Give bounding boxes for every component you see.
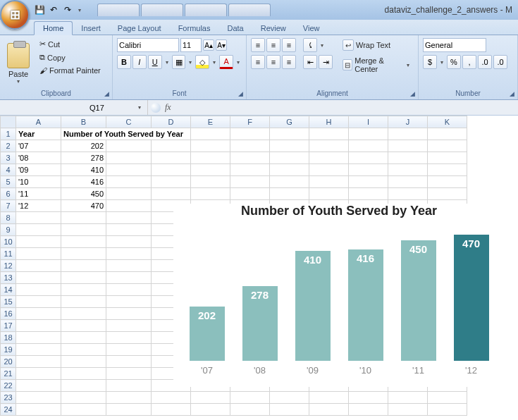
align-top-icon[interactable]: ≡	[251, 38, 265, 52]
row-header[interactable]: 6	[1, 188, 16, 200]
row-header[interactable]: 10	[1, 236, 16, 248]
tab-review[interactable]: Review	[252, 22, 295, 35]
decrease-decimal-icon[interactable]: .0	[493, 55, 507, 69]
col-header[interactable]: F	[230, 116, 270, 128]
align-left-icon[interactable]: ≡	[251, 55, 265, 69]
paste-button[interactable]: Paste ▾	[4, 38, 34, 89]
cell[interactable]: '12	[16, 200, 61, 212]
undo-icon[interactable]: ↶	[48, 4, 59, 16]
cell[interactable]: 202	[61, 140, 106, 152]
row-header[interactable]: 5	[1, 176, 16, 188]
row-header[interactable]: 11	[1, 248, 16, 260]
align-bottom-icon[interactable]: ≡	[282, 38, 296, 52]
number-format-select[interactable]	[423, 38, 486, 52]
chevron-down-icon[interactable]: ▾	[235, 59, 242, 66]
insert-function-icon[interactable]	[151, 103, 161, 113]
tab-formulas[interactable]: Formulas	[170, 22, 219, 35]
fill-color-button[interactable]: ◇	[195, 55, 209, 69]
row-header[interactable]: 20	[1, 356, 16, 368]
qat-more-icon[interactable]: ▾	[76, 7, 83, 13]
row-header[interactable]: 16	[1, 308, 16, 320]
cell[interactable]: '08	[16, 152, 61, 164]
cell[interactable]: 278	[61, 152, 106, 164]
row-header[interactable]: 4	[1, 164, 16, 176]
cell[interactable]: '10	[16, 176, 61, 188]
row-header[interactable]: 7	[1, 200, 16, 212]
chevron-down-icon[interactable]: ▾	[164, 59, 171, 66]
align-middle-icon[interactable]: ≡	[266, 38, 280, 52]
increase-indent-icon[interactable]: ⇥	[319, 55, 333, 69]
col-header[interactable]: C	[106, 116, 152, 128]
dialog-launcher-icon[interactable]: ◢	[236, 89, 245, 98]
cell[interactable]: '07	[16, 140, 61, 152]
col-header[interactable]: A	[16, 116, 61, 128]
cell[interactable]: Number of Youth Served by Year	[61, 128, 191, 140]
col-header[interactable]: B	[61, 116, 106, 128]
shrink-font-icon[interactable]: A▾	[216, 39, 227, 51]
formula-input[interactable]	[175, 104, 515, 112]
row-header[interactable]: 19	[1, 344, 16, 356]
comma-icon[interactable]: ,	[462, 55, 476, 69]
wrap-text-button[interactable]: ↩Wrap Text	[340, 38, 414, 52]
border-button[interactable]: ▦	[172, 55, 186, 69]
col-header[interactable]: G	[270, 116, 309, 128]
align-right-icon[interactable]: ≡	[282, 55, 296, 69]
decrease-indent-icon[interactable]: ⇤	[303, 55, 317, 69]
row-header[interactable]: 9	[1, 224, 16, 236]
increase-decimal-icon[interactable]: .0	[478, 55, 492, 69]
dialog-launcher-icon[interactable]: ◢	[507, 89, 516, 98]
tab-view[interactable]: View	[295, 22, 328, 35]
select-all-corner[interactable]	[1, 116, 16, 128]
row-header[interactable]: 17	[1, 320, 16, 332]
row-header[interactable]: 15	[1, 296, 16, 308]
tab-insert[interactable]: Insert	[73, 22, 109, 35]
chevron-down-icon[interactable]: ▾	[136, 104, 143, 111]
dialog-launcher-icon[interactable]: ◢	[102, 89, 111, 98]
window-tab[interactable]	[185, 4, 227, 16]
row-header[interactable]: 14	[1, 284, 16, 296]
underline-button[interactable]: U	[148, 55, 162, 69]
copy-button[interactable]: ⧉Copy	[37, 51, 104, 63]
tab-page-layout[interactable]: Page Layout	[109, 22, 170, 35]
font-name-input[interactable]	[117, 38, 179, 52]
orientation-icon[interactable]: ⤹	[303, 38, 317, 52]
row-header[interactable]: 1	[1, 128, 16, 140]
chevron-down-icon[interactable]: ▾	[319, 42, 326, 49]
col-header[interactable]: J	[388, 116, 428, 128]
redo-icon[interactable]: ↷	[62, 4, 73, 16]
row-header[interactable]: 2	[1, 140, 16, 152]
window-tab[interactable]	[141, 4, 183, 16]
bold-button[interactable]: B	[117, 55, 131, 69]
col-header[interactable]: D	[152, 116, 191, 128]
percent-icon[interactable]: %	[447, 55, 461, 69]
row-header[interactable]: 13	[1, 272, 16, 284]
cell[interactable]: 450	[61, 188, 106, 200]
font-color-button[interactable]: A	[219, 55, 233, 69]
fx-icon[interactable]: fx	[165, 102, 171, 113]
row-header[interactable]: 18	[1, 332, 16, 344]
cell[interactable]: 416	[61, 176, 106, 188]
cell[interactable]: '09	[16, 164, 61, 176]
align-center-icon[interactable]: ≡	[266, 55, 280, 69]
col-header[interactable]: I	[349, 116, 388, 128]
chevron-down-icon[interactable]: ▾	[211, 59, 218, 66]
window-tab[interactable]	[228, 4, 271, 16]
col-header[interactable]: K	[428, 116, 467, 128]
row-header[interactable]: 24	[1, 404, 16, 416]
cell-reference-input[interactable]	[90, 104, 132, 112]
row-header[interactable]: 12	[1, 260, 16, 272]
cell[interactable]: 470	[61, 200, 106, 212]
tab-data[interactable]: Data	[218, 22, 252, 35]
cut-button[interactable]: ✂Cut	[37, 38, 104, 50]
row-header[interactable]: 21	[1, 368, 16, 380]
tab-home[interactable]: Home	[34, 21, 73, 35]
col-header[interactable]: H	[309, 116, 349, 128]
window-tab[interactable]	[97, 4, 140, 16]
row-header[interactable]: 8	[1, 212, 16, 224]
embedded-chart[interactable]: Number of Youth Served by Year 202278410…	[173, 204, 505, 387]
row-header[interactable]: 3	[1, 152, 16, 164]
merge-center-button[interactable]: ⊟Merge & Center▾	[340, 55, 414, 75]
chevron-down-icon[interactable]: ▾	[438, 59, 445, 66]
cell[interactable]: Year	[16, 128, 61, 140]
row-header[interactable]: 22	[1, 380, 16, 392]
